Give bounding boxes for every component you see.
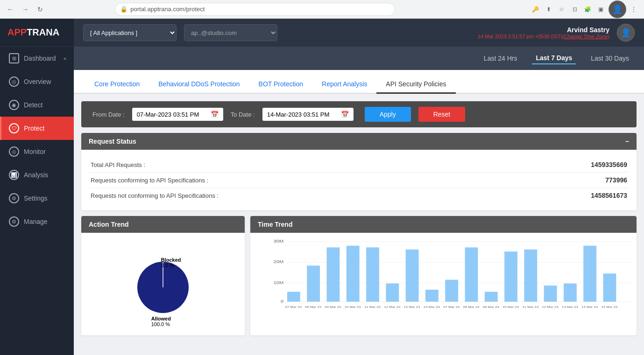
overview-icon: ◎ — [9, 77, 19, 87]
menu-icon[interactable]: ⋮ — [628, 4, 639, 15]
sidebar-item-label: Monitor — [24, 148, 46, 155]
svg-rect-40 — [583, 246, 596, 302]
sidebar: APPTRANA ⊞ Dashboard « ◎ Overview ◉ Dete… — [0, 19, 74, 355]
stat-label: Requests not conforming to API Specifica… — [91, 192, 219, 199]
url-text: portal.apptrana.com/protect — [130, 6, 205, 13]
user-time: 14 Mar 2023 3:51:57 pm +0530 (IST)(Chang… — [478, 34, 609, 39]
svg-rect-20 — [386, 284, 399, 302]
pie-chart: Blocked 0.0 % Allowed 10 — [133, 257, 193, 318]
time-last30days[interactable]: Last 30 Days — [587, 53, 633, 64]
sidebar-item-detect[interactable]: ◉ Detect — [0, 93, 74, 117]
sidebar-item-label: Settings — [24, 195, 48, 202]
key-icon[interactable]: 🔑 — [530, 4, 541, 15]
allowed-label: Allowed 100.0 % — [151, 316, 171, 327]
from-date-label: From Date : — [92, 111, 125, 118]
tab-bot-protection[interactable]: BOT Protection — [249, 76, 312, 94]
share-icon[interactable]: ⬆ — [543, 4, 554, 15]
svg-text:10 Mar 23: 10 Mar 23 — [345, 306, 361, 308]
analysis-icon: 📊 — [9, 170, 19, 180]
screenshot-icon[interactable]: ⊡ — [569, 4, 580, 15]
extensions-icon[interactable]: 🧩 — [582, 4, 594, 15]
sidebar-nav: ⊞ Dashboard « ◎ Overview ◉ Detect 🛡 Prot… — [0, 47, 74, 233]
svg-text:10 Mar 23: 10 Mar 23 — [502, 306, 519, 308]
svg-rect-22 — [406, 250, 419, 302]
star-icon[interactable]: ☆ — [556, 4, 567, 15]
to-date-input[interactable] — [267, 111, 337, 118]
sidebar-item-analysis[interactable]: 📊 Analysis — [0, 163, 74, 187]
action-trend-header: Action Trend — [81, 216, 245, 233]
from-date-input[interactable] — [137, 111, 207, 118]
logo: APPTRANA — [7, 27, 66, 38]
tab-core-protection[interactable]: Core Protection — [85, 76, 149, 94]
svg-rect-28 — [465, 247, 478, 301]
sidebar-item-label: Overview — [24, 78, 51, 85]
tab-behavioral-ddos[interactable]: Behavioral DDoS Protection — [149, 76, 249, 94]
svg-text:20M: 20M — [274, 259, 284, 264]
time-trend-title: Time Trend — [258, 221, 292, 228]
forward-button[interactable]: → — [20, 4, 31, 15]
charts-row: Action Trend Blocked 0.0 % — [81, 216, 637, 335]
sidebar-item-monitor[interactable]: ◎ Monitor — [0, 140, 74, 163]
browser-right-icons: 🔑 ⬆ ☆ ⊡ 🧩 ▣ 👤 ⋮ — [530, 0, 639, 18]
to-date-input-wrapper[interactable]: 📅 — [262, 108, 354, 121]
blocked-label: Blocked 0.0 % — [161, 257, 181, 268]
svg-text:14 Mar 23: 14 Mar 23 — [581, 306, 598, 308]
sidebar-item-settings[interactable]: ⚙ Settings — [0, 187, 74, 210]
action-trend-card: Action Trend Blocked 0.0 % — [81, 216, 245, 335]
app-selector[interactable]: [ All Applications ] — [83, 24, 177, 41]
svg-text:13 Mar 23: 13 Mar 23 — [404, 306, 420, 308]
sidebar-item-overview[interactable]: ◎ Overview — [0, 70, 74, 93]
sidebar-item-dashboard[interactable]: ⊞ Dashboard « — [0, 47, 74, 70]
collapse-icon[interactable]: − — [625, 138, 629, 145]
dashboard-icon: ⊞ — [9, 53, 19, 63]
svg-rect-38 — [564, 284, 577, 302]
manage-icon: ⚙ — [9, 216, 19, 227]
svg-text:10M: 10M — [274, 280, 284, 285]
time-last7days[interactable]: Last 7 Days — [532, 52, 576, 64]
back-button[interactable]: ← — [5, 4, 16, 15]
lock-icon: 🔒 — [120, 6, 127, 13]
stat-label: Requests conforming to API Specification… — [91, 177, 208, 184]
svg-text:07 Mar 23: 07 Mar 23 — [443, 306, 460, 308]
user-avatar: 👤 — [617, 24, 635, 42]
apply-button[interactable]: Apply — [365, 107, 411, 122]
settings-icon: ⚙ — [9, 193, 19, 203]
table-row: Requests not conforming to API Specifica… — [89, 188, 629, 203]
reload-button[interactable]: ↻ — [35, 4, 46, 15]
table-row: Requests conforming to API Specification… — [89, 173, 629, 188]
time-last24hrs[interactable]: Last 24 Hrs — [480, 53, 521, 64]
from-date-input-wrapper[interactable]: 📅 — [132, 108, 223, 121]
tab-api-security-policies[interactable]: API Security Policies — [376, 76, 455, 94]
svg-text:08 Mar 23: 08 Mar 23 — [463, 306, 479, 308]
user-selector[interactable]: ap..@studio.com — [184, 24, 277, 41]
svg-rect-10 — [287, 292, 300, 301]
svg-rect-26 — [445, 280, 458, 302]
sidebar-item-protect[interactable]: 🛡 Protect — [0, 117, 74, 140]
address-bar[interactable]: 🔒 portal.apptrana.com/protect — [115, 3, 395, 16]
change-timezone-link[interactable]: Change Time Zone — [564, 34, 608, 39]
sidebar-toggle-icon[interactable]: ▣ — [595, 4, 607, 15]
svg-rect-32 — [504, 251, 517, 302]
detect-icon: ◉ — [9, 100, 19, 110]
action-trend-body: Blocked 0.0 % Allowed 10 — [81, 233, 245, 335]
browser-chrome: ← → ↻ 🔒 portal.apptrana.com/protect 🔑 ⬆ … — [0, 0, 644, 19]
sidebar-item-manage[interactable]: ⚙ Manage — [0, 210, 74, 233]
to-date-calendar-icon[interactable]: 📅 — [341, 111, 349, 118]
logo-suffix: TRANA — [27, 27, 59, 37]
time-trend-card: Time Trend 30M 20M 10M 0 — [250, 216, 637, 335]
sidebar-item-label: Manage — [24, 218, 48, 225]
tab-report-analysis[interactable]: Report Analysis — [312, 76, 376, 94]
browser-user-avatar[interactable]: 👤 — [609, 0, 626, 18]
svg-text:11 Mar 23: 11 Mar 23 — [364, 306, 381, 308]
top-header: [ All Applications ] ap..@studio.com Arv… — [74, 19, 644, 47]
user-info: Arvind Sastry 14 Mar 2023 3:51:57 pm +05… — [478, 26, 609, 39]
request-status-title: Request Status — [89, 138, 136, 145]
main-content: [ All Applications ] ap..@studio.com Arv… — [74, 19, 644, 355]
reset-button[interactable]: Reset — [418, 107, 466, 122]
svg-rect-30 — [485, 292, 498, 301]
svg-rect-34 — [524, 250, 537, 302]
table-row: Total API Requests : 1459335669 — [89, 157, 629, 173]
from-date-calendar-icon[interactable]: 📅 — [211, 111, 219, 118]
svg-text:09 Mar 23: 09 Mar 23 — [483, 306, 499, 308]
stat-value: 1459335669 — [591, 161, 627, 168]
